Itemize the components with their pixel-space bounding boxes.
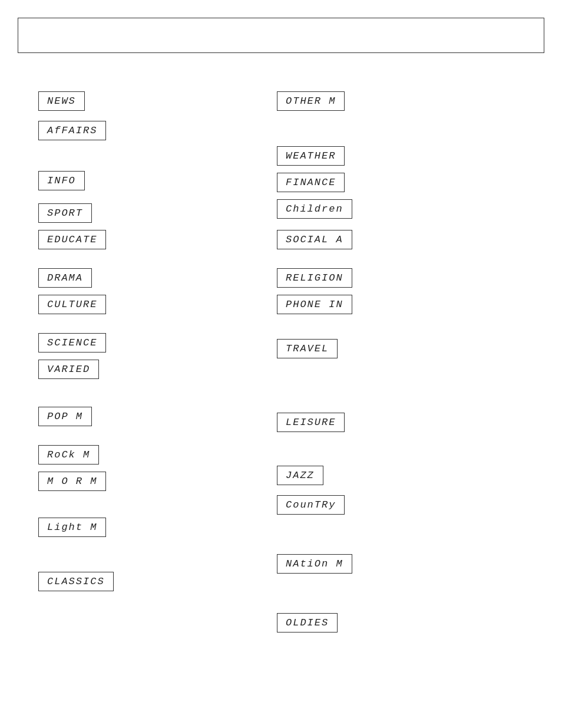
rock-button[interactable]: RoCk M: [38, 445, 99, 465]
top-bar: [18, 18, 544, 53]
classics-button[interactable]: CLASSICS: [38, 572, 114, 591]
info-button[interactable]: INFO: [38, 171, 85, 190]
leisure-button[interactable]: LEISURE: [277, 413, 345, 432]
jazz-button[interactable]: JAZZ: [277, 466, 323, 485]
weather-button[interactable]: WEATHER: [277, 146, 345, 166]
science-button[interactable]: SCIENCE: [38, 333, 106, 353]
social-button[interactable]: SOCIAL A: [277, 230, 352, 249]
travel-button[interactable]: TRAVEL: [277, 339, 338, 358]
nation-button[interactable]: NAtiOn M: [277, 554, 352, 574]
drama-button[interactable]: DRAMA: [38, 268, 92, 288]
oldies-button[interactable]: OLDIES: [277, 613, 338, 633]
light-button[interactable]: Light M: [38, 518, 106, 537]
mor-button[interactable]: M O R M: [38, 472, 106, 491]
pop-button[interactable]: POP M: [38, 407, 92, 426]
children-button[interactable]: Children: [277, 199, 352, 219]
phone-button[interactable]: PHONE IN: [277, 295, 352, 314]
country-button[interactable]: CounTRy: [277, 495, 345, 515]
culture-button[interactable]: CULTURE: [38, 295, 106, 314]
other-button[interactable]: OTHER M: [277, 91, 345, 111]
sport-button[interactable]: SPORT: [38, 203, 92, 223]
varied-button[interactable]: VARIED: [38, 360, 99, 379]
educate-button[interactable]: EDUCATE: [38, 230, 106, 249]
news-button[interactable]: NEWS: [38, 91, 85, 111]
finance-button[interactable]: FINANCE: [277, 173, 345, 192]
religion-button[interactable]: RELIGION: [277, 268, 352, 288]
affairs-button[interactable]: AfFAIRS: [38, 121, 106, 140]
